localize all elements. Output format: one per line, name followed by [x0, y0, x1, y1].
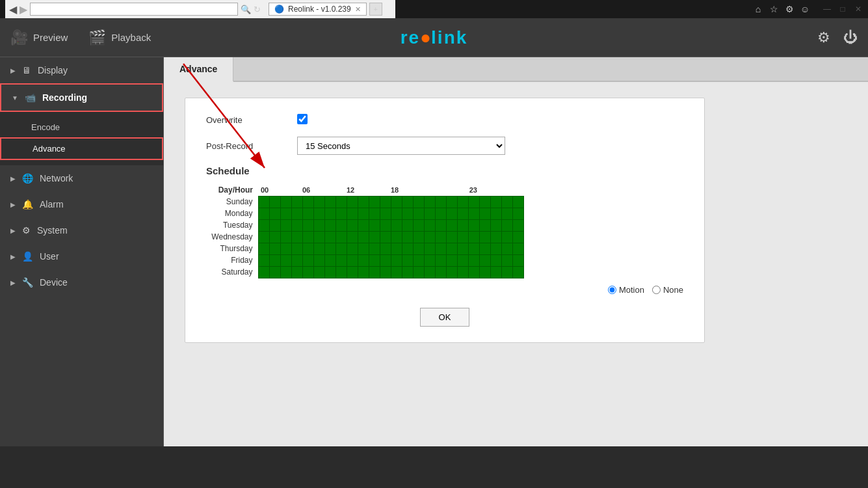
schedule-cell[interactable]	[302, 219, 313, 231]
emoji-icon[interactable]: ☺	[800, 5, 809, 14]
schedule-cell[interactable]	[468, 266, 479, 278]
sidebar-item-alarm[interactable]: ▶ 🔔 Alarm	[0, 191, 163, 217]
schedule-cell[interactable]	[402, 254, 413, 266]
schedule-cell[interactable]	[358, 254, 369, 266]
schedule-cell[interactable]	[457, 231, 468, 243]
settings-gear-icon[interactable]: ⚙	[817, 29, 830, 46]
schedule-cell[interactable]	[424, 231, 435, 243]
settings-icon[interactable]: ⚙	[785, 5, 794, 14]
schedule-cell[interactable]	[258, 231, 269, 243]
schedule-cell[interactable]	[479, 266, 490, 278]
schedule-cell[interactable]	[335, 254, 347, 266]
schedule-cell[interactable]	[501, 231, 512, 243]
schedule-cell[interactable]	[424, 208, 435, 219]
schedule-cell[interactable]	[291, 254, 302, 266]
schedule-cell[interactable]	[269, 196, 280, 208]
schedule-cell[interactable]	[280, 208, 291, 219]
schedule-cell[interactable]	[313, 254, 324, 266]
forward-icon[interactable]: ▶	[20, 3, 27, 16]
sidebar-recording-header[interactable]: ▼ 📹 Recording	[0, 83, 163, 112]
schedule-cell[interactable]	[380, 231, 391, 243]
postrecord-select[interactable]: 5 Seconds 10 Seconds 15 Seconds 30 Secon…	[297, 137, 505, 155]
schedule-cell[interactable]	[490, 266, 501, 278]
schedule-cell[interactable]	[369, 219, 380, 231]
schedule-cell[interactable]	[501, 266, 512, 278]
back-icon[interactable]: ◀	[9, 3, 17, 16]
schedule-cell[interactable]	[302, 266, 313, 278]
schedule-cell[interactable]	[446, 243, 457, 254]
schedule-cell[interactable]	[501, 243, 512, 254]
schedule-cell[interactable]	[501, 208, 512, 219]
schedule-cell[interactable]	[380, 219, 391, 231]
minimize-button[interactable]: —	[822, 5, 832, 14]
schedule-cell[interactable]	[380, 266, 391, 278]
schedule-cell[interactable]	[457, 266, 468, 278]
schedule-cell[interactable]	[269, 254, 280, 266]
sidebar-subitem-advance[interactable]: Advance	[0, 137, 163, 160]
schedule-cell[interactable]	[479, 208, 490, 219]
schedule-cell[interactable]	[347, 208, 358, 219]
schedule-cell[interactable]	[512, 254, 523, 266]
preview-nav-item[interactable]: 🎥 Preview	[10, 29, 68, 46]
schedule-cell[interactable]	[446, 219, 457, 231]
schedule-cell[interactable]	[435, 266, 446, 278]
schedule-cell[interactable]	[402, 243, 413, 254]
schedule-cell[interactable]	[291, 208, 302, 219]
address-input[interactable]: http://192.168.123.109/	[30, 3, 238, 16]
schedule-cell[interactable]	[347, 243, 358, 254]
schedule-cell[interactable]	[258, 254, 269, 266]
schedule-cell[interactable]	[501, 196, 512, 208]
schedule-cell[interactable]	[391, 254, 402, 266]
schedule-cell[interactable]	[501, 219, 512, 231]
schedule-cell[interactable]	[291, 243, 302, 254]
schedule-cell[interactable]	[258, 266, 269, 278]
playback-nav-item[interactable]: 🎬 Playback	[88, 29, 151, 46]
schedule-cell[interactable]	[313, 231, 324, 243]
schedule-cell[interactable]	[380, 243, 391, 254]
schedule-cell[interactable]	[479, 243, 490, 254]
schedule-cell[interactable]	[358, 231, 369, 243]
schedule-cell[interactable]	[413, 254, 424, 266]
schedule-cell[interactable]	[347, 266, 358, 278]
schedule-cell[interactable]	[335, 266, 347, 278]
schedule-cell[interactable]	[468, 219, 479, 231]
schedule-cell[interactable]	[468, 196, 479, 208]
schedule-cell[interactable]	[258, 196, 269, 208]
schedule-cell[interactable]	[302, 243, 313, 254]
home-icon[interactable]: ⌂	[754, 5, 763, 14]
schedule-cell[interactable]	[324, 219, 335, 231]
schedule-cell[interactable]	[391, 219, 402, 231]
schedule-cell[interactable]	[335, 196, 347, 208]
schedule-cell[interactable]	[424, 254, 435, 266]
schedule-cell[interactable]	[391, 266, 402, 278]
schedule-cell[interactable]	[358, 266, 369, 278]
new-tab-button[interactable]: +	[369, 3, 382, 16]
schedule-cell[interactable]	[468, 231, 479, 243]
schedule-cell[interactable]	[413, 208, 424, 219]
close-button[interactable]: ✕	[854, 5, 863, 14]
schedule-cell[interactable]	[324, 254, 335, 266]
schedule-cell[interactable]	[347, 254, 358, 266]
schedule-cell[interactable]	[313, 219, 324, 231]
schedule-cell[interactable]	[391, 196, 402, 208]
schedule-cell[interactable]	[302, 231, 313, 243]
motion-radio[interactable]	[608, 286, 616, 294]
schedule-cell[interactable]	[291, 196, 302, 208]
overwrite-checkbox[interactable]	[297, 114, 308, 124]
schedule-cell[interactable]	[402, 231, 413, 243]
schedule-cell[interactable]	[435, 208, 446, 219]
schedule-cell[interactable]	[424, 243, 435, 254]
schedule-cell[interactable]	[391, 231, 402, 243]
schedule-cell[interactable]	[435, 254, 446, 266]
schedule-cell[interactable]	[347, 219, 358, 231]
logout-icon[interactable]: ⏻	[843, 29, 858, 46]
schedule-cell[interactable]	[369, 254, 380, 266]
schedule-cell[interactable]	[280, 196, 291, 208]
schedule-cell[interactable]	[457, 208, 468, 219]
schedule-cell[interactable]	[291, 231, 302, 243]
favorites-icon[interactable]: ☆	[769, 5, 778, 14]
schedule-cell[interactable]	[413, 219, 424, 231]
schedule-cell[interactable]	[479, 231, 490, 243]
schedule-cell[interactable]	[402, 196, 413, 208]
schedule-cell[interactable]	[291, 219, 302, 231]
